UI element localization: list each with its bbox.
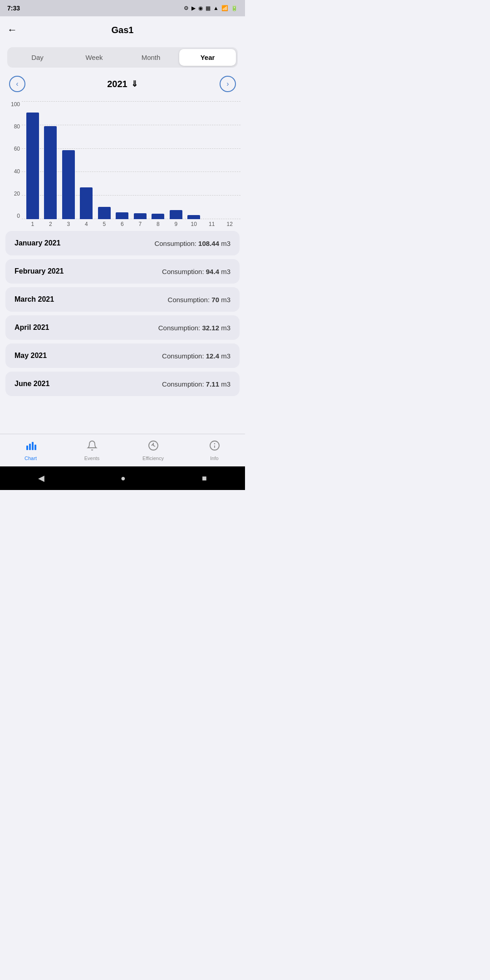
consumption-item-6[interactable]: June 2021 Consumption: 7.11 m3 (5, 372, 240, 396)
bottom-nav: Chart Events Efficiency In (0, 434, 245, 466)
bottom-nav-efficiency[interactable]: Efficiency (122, 440, 184, 461)
bar-8[interactable] (152, 214, 164, 219)
bar-col-9 (167, 210, 185, 219)
consumption-month-5: May 2021 (15, 352, 47, 360)
consumption-month-6: June 2021 (15, 380, 49, 388)
bottom-nav-info[interactable]: Info (184, 440, 245, 461)
consumption-item-4[interactable]: April 2021 Consumption: 32.12 m3 (5, 315, 240, 340)
consumption-value-6: Consumption: 7.11 m3 (162, 380, 230, 388)
play-icon: ▶ (191, 5, 196, 11)
consumption-item-3[interactable]: March 2021 Consumption: 70 m3 (5, 287, 240, 312)
period-tab-bar: Day Week Month Year (7, 47, 238, 68)
efficiency-nav-label: Efficiency (142, 456, 164, 461)
bottom-nav-chart[interactable]: Chart (0, 440, 61, 461)
bar-col-4 (78, 187, 96, 219)
bar-col-10 (185, 215, 203, 219)
y-label-0: 0 (6, 213, 20, 219)
info-nav-label: Info (210, 456, 218, 461)
header: ← Gas1 (0, 16, 245, 44)
android-recents[interactable]: ■ (202, 474, 207, 483)
x-label-3: 3 (59, 221, 78, 227)
prev-year-button[interactable]: ‹ (9, 76, 25, 92)
menu-icon: ▦ (206, 5, 211, 11)
android-nav-bar: ◀ ● ■ (0, 466, 245, 490)
signal-icon: 📶 (221, 5, 228, 11)
consumption-value-5: Consumption: 12.4 m3 (162, 352, 230, 360)
bar-col-8 (149, 214, 167, 219)
x-label-12: 12 (221, 221, 239, 227)
bar-col-6 (113, 212, 132, 219)
back-button[interactable]: ← (7, 24, 17, 36)
tab-month[interactable]: Month (122, 49, 179, 66)
consumption-value-2: Consumption: 94.4 m3 (162, 268, 230, 275)
consumption-item-1[interactable]: January 2021 Consumption: 108.44 m3 (5, 231, 240, 255)
x-label-4: 4 (78, 221, 96, 227)
sort-icon[interactable]: ⇓ (131, 79, 138, 89)
info-nav-icon (209, 440, 220, 454)
battery-icon: 🔋 (231, 5, 238, 11)
bar-7[interactable] (134, 213, 147, 219)
status-icons: ⚙ ▶ ◉ ▦ ▲ 📶 🔋 (184, 5, 238, 11)
bottom-nav-events[interactable]: Events (61, 440, 122, 461)
status-time: 7:33 (7, 5, 20, 12)
chart-nav-label: Chart (24, 456, 37, 461)
x-label-11: 11 (203, 221, 221, 227)
next-year-button[interactable]: › (220, 76, 236, 92)
bar-col-5 (95, 207, 113, 219)
y-label-20: 20 (6, 191, 20, 197)
circle-icon: ◉ (198, 5, 203, 11)
svg-rect-1 (29, 444, 31, 450)
events-nav-icon (87, 440, 98, 454)
android-back[interactable]: ◀ (38, 473, 44, 483)
chart-x-axis: 123456789101112 (22, 219, 240, 227)
consumption-month-3: March 2021 (15, 295, 54, 304)
bar-1[interactable] (26, 113, 39, 219)
consumption-value-3: Consumption: 70 m3 (168, 296, 230, 304)
bar-col-3 (59, 150, 78, 219)
wifi-icon: ▲ (213, 5, 219, 11)
bar-6[interactable] (116, 212, 128, 219)
chart-area (22, 101, 240, 219)
x-label-2: 2 (42, 221, 60, 227)
bar-col-7 (131, 213, 149, 219)
x-label-7: 7 (131, 221, 149, 227)
page-title: Gas1 (112, 25, 134, 35)
tab-year[interactable]: Year (179, 49, 236, 66)
y-label-40: 40 (6, 168, 20, 175)
chart-y-axis: 0 20 40 60 80 100 (5, 101, 22, 219)
x-label-5: 5 (95, 221, 113, 227)
settings-icon: ⚙ (184, 5, 189, 11)
y-label-80: 80 (6, 123, 20, 130)
tab-day[interactable]: Day (9, 49, 66, 66)
status-bar: 7:33 ⚙ ▶ ◉ ▦ ▲ 📶 🔋 (0, 0, 245, 16)
bar-5[interactable] (98, 207, 111, 219)
x-label-8: 8 (149, 221, 167, 227)
x-label-9: 9 (167, 221, 185, 227)
consumption-month-4: April 2021 (15, 323, 49, 332)
year-label: 2021 ⇓ (107, 79, 138, 89)
consumption-item-2[interactable]: February 2021 Consumption: 94.4 m3 (5, 259, 240, 284)
consumption-value-1: Consumption: 108.44 m3 (154, 240, 230, 247)
bar-9[interactable] (170, 210, 182, 219)
year-text: 2021 (107, 79, 127, 89)
chart-container: 0 20 40 60 80 100 123456789101112 (0, 97, 245, 227)
consumption-month-1: January 2021 (15, 239, 60, 247)
efficiency-nav-icon (148, 440, 159, 454)
svg-rect-3 (34, 445, 36, 450)
bar-4[interactable] (80, 187, 93, 219)
consumption-value-4: Consumption: 32.12 m3 (158, 324, 230, 332)
x-label-1: 1 (24, 221, 42, 227)
android-home[interactable]: ● (121, 474, 126, 483)
y-label-100: 100 (6, 101, 20, 108)
svg-rect-2 (32, 442, 34, 450)
y-label-60: 60 (6, 146, 20, 152)
x-label-10: 10 (185, 221, 203, 227)
tab-week[interactable]: Week (66, 49, 122, 66)
bars-wrapper (22, 101, 240, 219)
bar-3[interactable] (62, 150, 75, 219)
bar-10[interactable] (187, 215, 200, 219)
svg-rect-0 (26, 446, 28, 450)
events-nav-label: Events (84, 456, 100, 461)
bar-2[interactable] (44, 126, 57, 219)
consumption-item-5[interactable]: May 2021 Consumption: 12.4 m3 (5, 343, 240, 368)
